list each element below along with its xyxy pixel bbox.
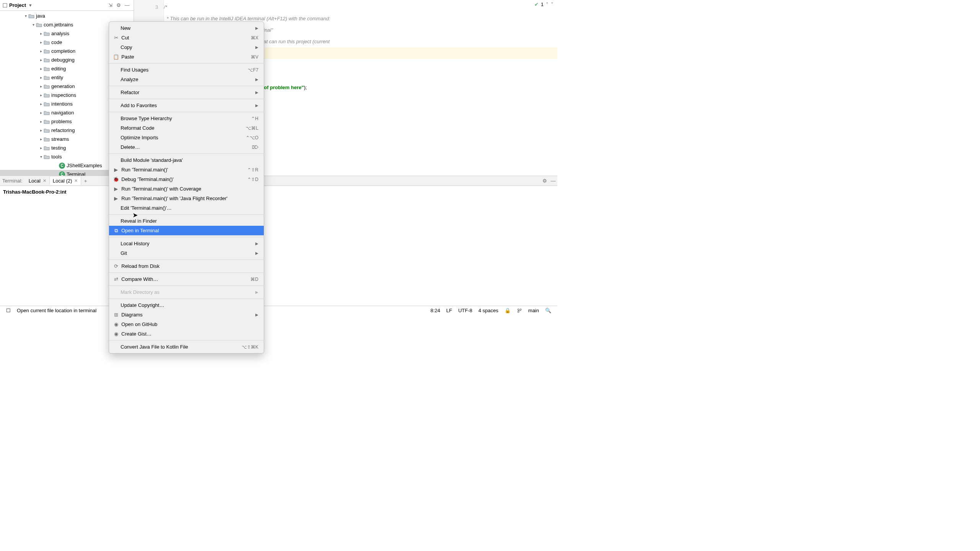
- menu-item[interactable]: Analyze▶: [109, 75, 264, 84]
- menu-item[interactable]: ▶Run 'Terminal.main()'⌃⇧R: [109, 165, 264, 174]
- menu-label: Git: [121, 250, 255, 256]
- menu-label: Reload from Disk: [121, 263, 258, 269]
- menu-shortcut: ⌃⇧D: [247, 177, 258, 182]
- tree-item[interactable]: ▾java: [0, 11, 134, 20]
- menu-label: Run 'Terminal.main()': [121, 167, 247, 173]
- chevron-icon[interactable]: ▸: [38, 93, 44, 97]
- svg-rect-0: [3, 3, 7, 7]
- chevron-icon[interactable]: ▸: [38, 67, 44, 71]
- close-icon[interactable]: ✕: [74, 178, 78, 183]
- diagram-icon: ⊞: [112, 312, 120, 318]
- tree-label: streams: [51, 136, 69, 142]
- menu-item[interactable]: Reformat Code⌥⌘L: [109, 123, 264, 133]
- terminal-minimize-icon[interactable]: —: [549, 177, 557, 185]
- project-icon: [2, 3, 8, 8]
- menu-item[interactable]: ✂Cut⌘X: [109, 33, 264, 42]
- menu-item[interactable]: Add to Favorites▶: [109, 101, 264, 110]
- svg-point-1: [518, 309, 519, 310]
- chevron-icon[interactable]: ▸: [38, 31, 44, 36]
- folder-icon: [44, 49, 50, 54]
- chevron-icon[interactable]: ▸: [38, 111, 44, 115]
- context-menu[interactable]: New▶✂Cut⌘XCopy▶📋Paste⌘VFind Usages⌥F7Ana…: [109, 21, 264, 354]
- terminal-tab[interactable]: Local✕: [26, 177, 50, 185]
- menu-item[interactable]: Update Copyright…: [109, 300, 264, 310]
- menu-item[interactable]: Build Module 'standard-java': [109, 155, 264, 165]
- chevron-icon[interactable]: ▸: [38, 128, 44, 132]
- encoding[interactable]: UTF-8: [458, 308, 472, 313]
- add-terminal-button[interactable]: ＋: [81, 177, 90, 185]
- submenu-icon: ▶: [255, 90, 258, 95]
- menu-item[interactable]: Delete…⌦: [109, 142, 264, 152]
- menu-item[interactable]: Convert Java File to Kotlin File⌥⇧⌘K: [109, 342, 264, 352]
- menu-label: Optimize Imports: [121, 135, 246, 140]
- terminal-body[interactable]: Trishas-MacBook-Pro-2:int: [0, 186, 557, 306]
- terminal-tab[interactable]: Local (2)✕: [50, 177, 82, 185]
- menu-item[interactable]: ▶Run 'Terminal.main()' with Coverage: [109, 184, 264, 194]
- folder-icon: [44, 110, 50, 116]
- submenu-icon: ▶: [255, 103, 258, 108]
- chevron-icon[interactable]: ▾: [31, 23, 36, 27]
- statusbar: ☐ Open current file location in terminal…: [0, 306, 557, 315]
- git-branch[interactable]: main: [528, 308, 539, 313]
- svg-point-3: [520, 309, 521, 310]
- submenu-icon: ▶: [255, 45, 258, 49]
- folder-icon: [44, 84, 50, 89]
- chevron-icon[interactable]: ▸: [38, 58, 44, 62]
- terminal-gear-icon[interactable]: ⚙: [541, 177, 549, 185]
- chevron-icon[interactable]: ▾: [23, 14, 28, 18]
- terminal-panel: Terminal: Local✕Local (2)✕ ＋ ⚙ — Trishas…: [0, 176, 557, 306]
- menu-label: Add to Favorites: [121, 103, 255, 108]
- tree-label: testing: [51, 145, 66, 151]
- chevron-icon[interactable]: ▸: [38, 146, 44, 150]
- menu-item[interactable]: ◉Open on GitHub: [109, 320, 264, 329]
- lock-icon[interactable]: 🔒: [505, 308, 511, 313]
- search-icon[interactable]: 🔍: [545, 308, 551, 313]
- menu-item[interactable]: ⇄Compare With…⌘D: [109, 274, 264, 284]
- tree-label: Terminal: [67, 171, 85, 176]
- menu-label: Local History: [121, 241, 255, 246]
- chevron-icon[interactable]: ▸: [38, 84, 44, 88]
- chevron-icon[interactable]: ▸: [38, 49, 44, 53]
- collapse-icon[interactable]: ⇲: [106, 1, 114, 10]
- chevron-icon[interactable]: ▸: [38, 119, 44, 124]
- todo-icon[interactable]: ☐: [6, 308, 11, 313]
- menu-item[interactable]: ◉Create Gist…: [109, 329, 264, 339]
- minimize-icon[interactable]: —: [123, 1, 131, 10]
- chevron-icon[interactable]: ▸: [38, 75, 44, 80]
- menu-item[interactable]: 📋Paste⌘V: [109, 52, 264, 62]
- chevron-icon[interactable]: ▸: [38, 40, 44, 44]
- menu-shortcut: ⌥⇧⌘K: [242, 344, 258, 350]
- chevron-icon[interactable]: ▾: [38, 155, 44, 159]
- branch-icon: [517, 308, 522, 313]
- menu-item[interactable]: Refactor▶: [109, 88, 264, 97]
- indent-info[interactable]: 4 spaces: [479, 308, 498, 313]
- menu-item[interactable]: Copy▶: [109, 42, 264, 52]
- chevron-down-icon[interactable]: ▾: [26, 1, 34, 10]
- tree-label: completion: [51, 48, 75, 54]
- tree-label: entity: [51, 75, 63, 80]
- tree-label: generation: [51, 83, 75, 89]
- menu-item[interactable]: ⧉Open in Terminal: [109, 226, 264, 235]
- chevron-down-icon[interactable]: ˅: [551, 2, 554, 7]
- menu-item[interactable]: Local History▶: [109, 239, 264, 248]
- chevron-up-icon[interactable]: ˄: [546, 2, 549, 7]
- gear-icon[interactable]: ⚙: [114, 1, 123, 10]
- submenu-icon: ▶: [255, 290, 258, 294]
- menu-item[interactable]: Git▶: [109, 248, 264, 258]
- chevron-icon[interactable]: ▸: [38, 137, 44, 141]
- menu-item[interactable]: Find Usages⌥F7: [109, 65, 264, 75]
- menu-item[interactable]: Browse Type Hierarchy⌃H: [109, 114, 264, 123]
- line-separator[interactable]: LF: [446, 308, 452, 313]
- menu-item[interactable]: New▶: [109, 23, 264, 33]
- tree-label: tools: [51, 154, 62, 160]
- menu-item[interactable]: ⊞Diagrams▶: [109, 310, 264, 320]
- menu-label: Edit 'Terminal.main()'…: [121, 205, 258, 211]
- cursor-position[interactable]: 8:24: [430, 308, 440, 313]
- chevron-icon[interactable]: ▸: [38, 102, 44, 106]
- menu-item[interactable]: ▶Run 'Terminal.main()' with 'Java Flight…: [109, 194, 264, 203]
- terminal-prompt: Trishas-MacBook-Pro-2:int: [3, 189, 66, 195]
- close-icon[interactable]: ✕: [43, 178, 46, 183]
- menu-item[interactable]: ⟳Reload from Disk: [109, 261, 264, 271]
- menu-item[interactable]: Optimize Imports⌃⌥O: [109, 133, 264, 142]
- menu-item[interactable]: 🐞Debug 'Terminal.main()'⌃⇧D: [109, 174, 264, 184]
